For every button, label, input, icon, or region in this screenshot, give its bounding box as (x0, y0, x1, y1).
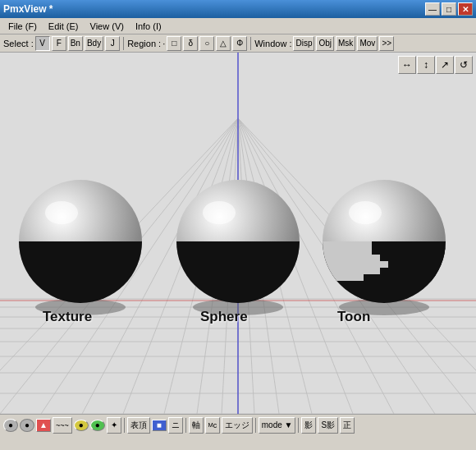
status-wave[interactable]: ~~~ (53, 417, 72, 434)
status-dot-yellow[interactable]: ● (74, 420, 89, 431)
rotate-button[interactable]: ↗ (436, 56, 454, 74)
status-dot-green[interactable]: ● (90, 420, 105, 431)
separator-1 (123, 37, 124, 50)
status-star[interactable]: ✦ (107, 417, 121, 434)
viewport-svg (0, 53, 476, 414)
region-phi-button[interactable]: Φ (232, 36, 247, 51)
status-edge[interactable]: エッジ (222, 417, 253, 434)
svg-rect-51 (380, 255, 446, 261)
minimize-button[interactable]: — (425, 2, 440, 16)
toolbar: Select : V F Bn Bdy J Region : · □ δ ○ △… (0, 34, 476, 53)
status-dot1[interactable]: ● (3, 419, 18, 432)
select-v-button[interactable]: V (35, 36, 50, 51)
window-mov-button[interactable]: Mov (357, 36, 378, 51)
status-jiku[interactable]: 軸 (189, 417, 204, 434)
select-j-button[interactable]: J (105, 36, 120, 51)
window-msk-button[interactable]: Msk (336, 36, 355, 51)
status-sep3 (255, 418, 256, 433)
pan-h-button[interactable]: ↔ (398, 56, 416, 74)
pan-v-button[interactable]: ↕ (417, 56, 435, 74)
select-bdy-button[interactable]: Bdy (85, 36, 103, 51)
status-mode[interactable]: mode ▼ (259, 417, 296, 434)
status-ni[interactable]: ニ (168, 417, 183, 434)
region-circle-button[interactable]: ○ (199, 36, 214, 51)
status-tri-red[interactable]: ▲ (36, 419, 51, 432)
window-label: Window : (254, 39, 291, 48)
status-kage[interactable]: 影 (301, 417, 316, 434)
select-label: Select : (3, 39, 34, 48)
close-button[interactable]: ✕ (458, 2, 473, 16)
svg-rect-50 (372, 248, 446, 255)
status-dot2[interactable]: ● (20, 419, 34, 432)
svg-point-37 (45, 201, 78, 224)
window-obj-button[interactable]: Obj (316, 36, 334, 51)
status-bar: ● ● ▲ ~~~ ● ● ✦ 表頂 ■ ニ 軸 Mc エッジ mode ▼ 影… (0, 414, 476, 435)
status-sep2 (185, 418, 186, 433)
region-label: Region : (127, 39, 161, 48)
maximize-button[interactable]: □ (442, 2, 456, 16)
menu-bar: File (F) Edit (E) View (V) Info (I) (0, 18, 476, 34)
status-sei[interactable]: 正 (340, 417, 355, 434)
reset-button[interactable]: ↺ (455, 56, 473, 74)
svg-rect-46 (323, 261, 396, 268)
svg-rect-52 (388, 261, 446, 268)
select-bn-button[interactable]: Bn (68, 36, 83, 51)
region-tri-button[interactable]: △ (216, 36, 231, 51)
status-sq-blue[interactable]: ■ (152, 420, 167, 431)
menu-edit[interactable]: Edit (E) (43, 21, 84, 32)
select-f-button[interactable]: F (52, 36, 66, 51)
title-controls: — □ ✕ (425, 2, 473, 16)
status-sep1 (124, 418, 125, 433)
more-button[interactable]: >> (379, 36, 394, 51)
status-vertex[interactable]: 表頂 (127, 417, 150, 434)
menu-info[interactable]: Info (I) (130, 21, 167, 32)
window-disp-button[interactable]: Disp (293, 36, 314, 51)
window-title: PmxView * (3, 3, 53, 15)
region-rect-button[interactable]: □ (167, 36, 181, 51)
menu-file[interactable]: File (F) (3, 21, 42, 32)
status-mc[interactable]: Mc (205, 417, 220, 434)
region-dot: · (162, 39, 165, 48)
separator-2 (250, 37, 251, 50)
menu-view[interactable]: View (V) (85, 21, 129, 32)
svg-point-40 (203, 201, 236, 224)
texture-label: Texture (43, 309, 92, 325)
svg-rect-49 (372, 241, 446, 248)
nav-buttons: ↔ ↕ ↗ ↺ (398, 56, 473, 74)
title-bar: PmxView * — □ ✕ (0, 0, 476, 18)
viewport[interactable]: ↔ ↕ ↗ ↺ Texture Sphere Toon (0, 53, 476, 414)
region-delta-button[interactable]: δ (183, 36, 198, 51)
toon-label: Toon (337, 309, 370, 325)
sphere-label: Sphere (200, 309, 248, 325)
svg-point-55 (349, 201, 382, 224)
status-skage[interactable]: S影 (318, 417, 338, 434)
status-sep4 (298, 418, 299, 433)
